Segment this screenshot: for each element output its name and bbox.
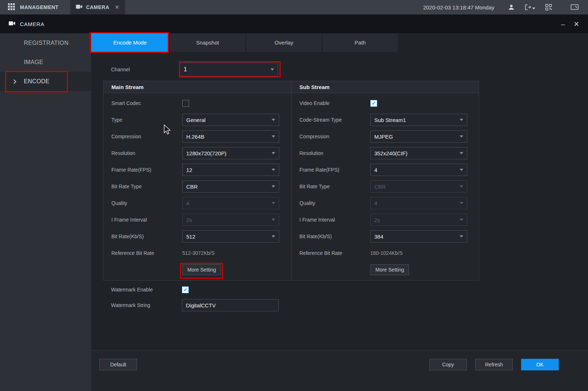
close-button[interactable]: ✕ xyxy=(574,21,579,28)
management-menu[interactable]: MANAGEMENT xyxy=(0,0,67,14)
camera-tab[interactable]: CAMERA ✕ xyxy=(70,0,125,14)
field-row: Frame Rate(FPS) 12 xyxy=(103,161,291,178)
field-row: Resolution 352x240(CIF) xyxy=(291,145,479,161)
field-row: More Setting xyxy=(291,261,479,278)
dropdown-value: 4 xyxy=(374,167,377,173)
user-icon[interactable] xyxy=(508,4,515,10)
chevron-down-icon xyxy=(270,68,274,71)
screen: MANAGEMENT CAMERA ✕ 2020-02-03 13:18:47 … xyxy=(0,0,588,391)
chevron-down-icon xyxy=(272,169,275,171)
camera-tab-label: CAMERA xyxy=(86,4,109,10)
dropdown-value: H.264B xyxy=(186,134,204,140)
main-compression-dropdown[interactable]: H.264B xyxy=(182,130,279,143)
sidebar-item-label: REGISTRATION xyxy=(24,40,69,46)
camera-tab-close-icon[interactable]: ✕ xyxy=(115,4,119,10)
main-resolution-dropdown[interactable]: 1280x720(720P) xyxy=(182,147,279,159)
field-row: Reference Bit Rate 160-1024Kb/S xyxy=(291,245,479,261)
main-quality-dropdown: 4 xyxy=(182,197,279,209)
chevron-down-icon xyxy=(272,219,275,221)
dropdown-value: 12 xyxy=(186,167,192,173)
sidebar-item-encode[interactable]: ENCODE xyxy=(0,72,91,91)
panel-title: Main Stream xyxy=(111,84,144,90)
default-button[interactable]: Default xyxy=(99,359,137,370)
field-row: Quality 4 xyxy=(291,195,479,211)
tab-encode-mode[interactable]: Encode Mode xyxy=(91,33,169,52)
field-label: Video Enable xyxy=(299,100,370,106)
main-stream-body: Smart Codec Type General Compression xyxy=(103,93,291,280)
field-label: Watermark Enable xyxy=(111,287,182,293)
chevron-down-icon xyxy=(272,135,275,138)
tab-snapshot[interactable]: Snapshot xyxy=(170,33,245,52)
watermark-enable-row: Watermark Enable xyxy=(111,282,189,297)
main-i-frame-interval-dropdown: 2s xyxy=(182,214,279,226)
dropdown-value: MJPEG xyxy=(374,134,393,140)
dropdown-value: Sub Stream1 xyxy=(374,117,406,123)
sub-frame-rate-dropdown[interactable]: 4 xyxy=(370,164,467,176)
sub-more-setting-button[interactable]: More Setting xyxy=(370,264,409,275)
watermark-enable-checkbox[interactable] xyxy=(182,286,189,293)
tab-overlay[interactable]: Overlay xyxy=(246,33,321,52)
dropdown-value: CBR xyxy=(186,184,198,190)
stream-panels: Main Stream Smart Codec Type General xyxy=(103,81,479,281)
sub-resolution-dropdown[interactable]: 352x240(CIF) xyxy=(370,147,467,159)
tab-label: Path xyxy=(355,39,366,46)
main-bit-rate-dropdown[interactable]: 512 xyxy=(182,230,279,243)
sub-compression-dropdown[interactable]: MJPEG xyxy=(370,130,467,143)
panel-title: Sub Stream xyxy=(299,84,329,90)
chevron-down-icon xyxy=(460,119,463,121)
minimize-button[interactable]: – xyxy=(561,21,565,28)
main-type-dropdown[interactable]: General xyxy=(182,114,279,126)
field-label: Smart Codec xyxy=(111,100,182,106)
sub-stream-panel: Sub Stream Video Enable Code-Stream Type… xyxy=(291,81,479,280)
field-label: Type xyxy=(111,117,182,123)
sub-bit-rate-dropdown[interactable]: 384 xyxy=(370,230,467,243)
channel-row: Channel 1 xyxy=(111,63,278,76)
apps-grid-icon xyxy=(8,3,15,12)
sidebar-item-label: IMAGE xyxy=(24,59,43,66)
chevron-down-icon xyxy=(460,202,463,204)
main-bit-rate-type-dropdown[interactable]: CBR xyxy=(182,180,279,193)
topbar-right: 2020-02-03 13:18:47 Monday xyxy=(423,0,588,14)
sidebar-item-registration[interactable]: REGISTRATION xyxy=(0,33,91,52)
field-label: Frame Rate(FPS) xyxy=(299,167,370,173)
field-label: Bit Rate(Kb/S) xyxy=(111,234,182,239)
window-title: CAMERA xyxy=(20,21,44,27)
qr-code-icon[interactable] xyxy=(545,4,552,10)
field-label: Compression xyxy=(111,134,182,139)
sidebar-item-image[interactable]: IMAGE xyxy=(0,52,91,72)
field-row: Compression H.264B xyxy=(103,128,291,145)
dropdown-value: 2s xyxy=(374,217,380,223)
watermark-string-input[interactable] xyxy=(182,299,279,311)
field-label: I Frame Interval xyxy=(299,217,370,223)
field-label: Reference Bit Rate xyxy=(111,250,182,256)
field-row: Video Enable xyxy=(291,95,479,112)
video-enable-checkbox[interactable] xyxy=(370,100,377,107)
sub-code-stream-type-dropdown[interactable]: Sub Stream1 xyxy=(370,114,467,126)
channel-label: Channel xyxy=(111,67,180,72)
tab-bar: Encode Mode Snapshot Overlay Path xyxy=(91,33,588,52)
field-label: Bit Rate(Kb/S) xyxy=(299,234,370,239)
monitor-icon[interactable] xyxy=(571,4,579,10)
refresh-button[interactable]: Refresh xyxy=(475,359,513,370)
channel-dropdown[interactable]: 1 xyxy=(180,63,278,76)
dropdown-value: 1280x720(720P) xyxy=(186,150,226,156)
main-frame-rate-dropdown[interactable]: 12 xyxy=(182,164,279,176)
field-row: Bit Rate(Kb/S) 512 xyxy=(103,228,291,245)
smart-codec-checkbox[interactable] xyxy=(182,100,189,107)
dropdown-value: 512 xyxy=(186,234,195,240)
copy-button[interactable]: Copy xyxy=(429,359,467,370)
logout-icon[interactable] xyxy=(525,4,535,10)
main-more-setting-button[interactable]: More Setting xyxy=(182,264,221,275)
tab-label: Encode Mode xyxy=(113,39,147,46)
field-label: Quality xyxy=(111,200,182,206)
chevron-down-icon xyxy=(460,219,463,221)
sidebar-item-label: ENCODE xyxy=(24,78,50,85)
chevron-down-icon xyxy=(532,8,535,9)
dropdown-value: CBR xyxy=(374,184,386,190)
chevron-down-icon xyxy=(460,169,463,171)
field-row: Reference Bit Rate 512-3072Kb/S xyxy=(103,245,291,261)
tab-path[interactable]: Path xyxy=(323,33,398,52)
ok-button[interactable]: OK xyxy=(521,359,559,370)
sub-stream-body: Video Enable Code-Stream Type Sub Stream… xyxy=(291,93,479,280)
field-label: Frame Rate(FPS) xyxy=(111,167,182,173)
